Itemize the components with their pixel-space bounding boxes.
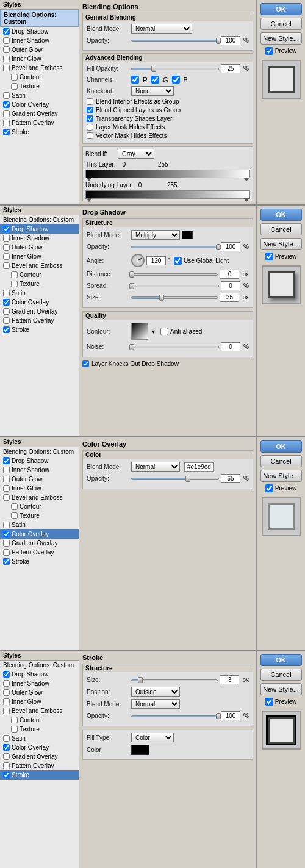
opacity-input-2[interactable]	[221, 242, 240, 251]
color-overlay-checkbox-2[interactable]	[3, 299, 10, 306]
outer-glow-checkbox-2[interactable]	[3, 244, 10, 251]
vector-mask-checkbox[interactable]	[87, 132, 93, 139]
drop-shadow-checkbox-3[interactable]	[3, 457, 10, 464]
sidebar-item-bevel-3[interactable]: Bevel and Emboss	[0, 493, 79, 502]
opacity-slider-4[interactable]	[131, 715, 219, 717]
sidebar-item-pattern-overlay-1[interactable]: Pattern Overlay	[0, 118, 79, 127]
contour-checkbox-1[interactable]	[11, 74, 18, 81]
sidebar-item-satin-2[interactable]: Satin	[0, 289, 79, 298]
knockout-select[interactable]: None	[131, 86, 174, 96]
stroke-color-swatch[interactable]	[131, 745, 149, 755]
ok-button-1[interactable]: OK	[260, 3, 302, 15]
drop-shadow-checkbox-2[interactable]	[3, 226, 10, 232]
fill-opacity-input[interactable]	[221, 64, 240, 73]
sidebar-item-satin-4[interactable]: Satin	[0, 734, 79, 743]
ok-button-3[interactable]: OK	[260, 440, 302, 453]
outer-glow-checkbox-1[interactable]	[3, 46, 10, 53]
sidebar-item-blending-options-3[interactable]: Blending Options: Custom	[0, 447, 79, 456]
opacity-slider-3[interactable]	[131, 478, 219, 480]
gradient-overlay-checkbox-1[interactable]	[3, 110, 10, 117]
inner-shadow-checkbox-1[interactable]	[3, 37, 10, 44]
bevel-checkbox-1[interactable]	[3, 65, 10, 71]
drop-shadow-checkbox-1[interactable]	[3, 28, 10, 35]
texture-checkbox-1[interactable]	[11, 83, 18, 90]
pattern-overlay-checkbox-1[interactable]	[3, 120, 10, 126]
sidebar-item-texture-3[interactable]: Texture	[0, 511, 79, 520]
pattern-overlay-checkbox-2[interactable]	[3, 317, 10, 324]
cancel-button-3[interactable]: Cancel	[260, 455, 302, 467]
stroke-checkbox-2[interactable]	[3, 326, 10, 333]
satin-checkbox-2[interactable]	[3, 290, 10, 296]
sidebar-item-inner-glow-4[interactable]: Inner Glow	[0, 697, 79, 706]
gradient-overlay-checkbox-2[interactable]	[3, 308, 10, 315]
contour-thumb-2[interactable]	[131, 323, 148, 340]
blend-mode-select-3[interactable]: Normal	[131, 462, 180, 472]
sidebar-item-color-overlay-4[interactable]: Color Overlay	[0, 743, 79, 752]
sidebar-item-inner-shadow-3[interactable]: Inner Shadow	[0, 465, 79, 475]
angle-dial-2[interactable]	[131, 254, 145, 267]
sidebar-item-pattern-overlay-3[interactable]: Pattern Overlay	[0, 548, 79, 557]
this-layer-slider[interactable]	[85, 170, 250, 178]
new-style-button-3[interactable]: New Style...	[260, 470, 302, 482]
preview-checkbox-3[interactable]	[265, 484, 273, 492]
new-style-button-4[interactable]: New Style...	[260, 683, 302, 695]
sidebar-item-color-overlay-1[interactable]: Color Overlay	[0, 100, 79, 109]
sidebar-item-color-overlay-2[interactable]: Color Overlay	[0, 298, 79, 307]
sidebar-item-drop-shadow-3[interactable]: Drop Shadow	[0, 456, 79, 465]
opacity-input[interactable]	[221, 36, 240, 45]
underlying-layer-slider[interactable]	[85, 190, 250, 199]
position-select-4[interactable]: Outside	[131, 687, 180, 697]
fill-opacity-slider[interactable]	[131, 68, 219, 70]
sidebar-item-inner-glow-2[interactable]: Inner Glow	[0, 252, 79, 261]
size-slider-4[interactable]	[131, 679, 218, 681]
sidebar-item-inner-glow-1[interactable]: Inner Glow	[0, 54, 79, 63]
stroke-checkbox-1[interactable]	[3, 129, 10, 135]
channel-g-checkbox[interactable]	[151, 76, 159, 84]
sidebar-item-gradient-overlay-1[interactable]: Gradient Overlay	[0, 109, 79, 118]
bevel-checkbox-2[interactable]	[3, 262, 10, 269]
sidebar-item-texture-1[interactable]: Texture	[0, 82, 79, 91]
sidebar-item-outer-glow-3[interactable]: Outer Glow	[0, 475, 79, 484]
satin-checkbox-1[interactable]	[3, 92, 10, 99]
noise-input[interactable]	[221, 342, 240, 351]
sidebar-item-stroke-4[interactable]: Stroke	[0, 770, 79, 780]
sidebar-item-inner-shadow-4[interactable]: Inner Shadow	[0, 679, 79, 688]
sidebar-item-outer-glow-1[interactable]: Outer Glow	[0, 45, 79, 54]
blend-mode-select-4[interactable]: Normal	[131, 699, 180, 709]
use-global-light-checkbox[interactable]	[174, 257, 182, 265]
opacity-slider[interactable]	[131, 40, 219, 42]
distance-slider[interactable]	[131, 273, 218, 276]
sidebar-item-satin-3[interactable]: Satin	[0, 520, 79, 529]
sidebar-item-gradient-overlay-3[interactable]: Gradient Overlay	[0, 539, 79, 548]
sidebar-item-stroke-2[interactable]: Stroke	[0, 325, 79, 334]
opacity-slider-2[interactable]	[131, 246, 219, 248]
color-hex-display[interactable]: #e1e9ed	[184, 462, 214, 472]
inner-shadow-checkbox-2[interactable]	[3, 235, 10, 242]
sidebar-item-pattern-overlay-2[interactable]: Pattern Overlay	[0, 316, 79, 325]
sidebar-item-inner-glow-3[interactable]: Inner Glow	[0, 484, 79, 493]
sidebar-item-contour-1[interactable]: Contour	[0, 73, 79, 82]
sidebar-item-stroke-1[interactable]: Stroke	[0, 127, 79, 137]
shadow-color-swatch[interactable]	[182, 231, 193, 239]
inner-glow-checkbox-1[interactable]	[3, 56, 10, 62]
sidebar-item-gradient-overlay-4[interactable]: Gradient Overlay	[0, 752, 79, 761]
opacity-input-3[interactable]	[221, 474, 240, 483]
sidebar-item-texture-4[interactable]: Texture	[0, 725, 79, 734]
sidebar-item-satin-1[interactable]: Satin	[0, 91, 79, 100]
preview-checkbox-4[interactable]	[265, 698, 273, 706]
sidebar-item-texture-2[interactable]: Texture	[0, 279, 79, 289]
sidebar-item-outer-glow-4[interactable]: Outer Glow	[0, 688, 79, 697]
sidebar-item-drop-shadow-4[interactable]: Drop Shadow	[0, 670, 79, 679]
dropdown-arrow-2[interactable]: ▾	[152, 328, 155, 335]
color-overlay-checkbox-1[interactable]	[3, 101, 10, 108]
preview-checkbox-2[interactable]	[265, 253, 273, 260]
preview-checkbox-1[interactable]	[265, 47, 273, 55]
distance-input[interactable]	[220, 270, 239, 279]
anti-aliased-checkbox[interactable]	[160, 328, 168, 335]
sidebar-item-blending-options-1[interactable]: Blending Options: Custom	[0, 10, 79, 27]
sidebar-item-stroke-3[interactable]: Stroke	[0, 557, 79, 566]
sidebar-item-drop-shadow-2[interactable]: Drop Shadow	[0, 224, 79, 234]
new-style-button-1[interactable]: New Style...	[260, 32, 302, 45]
blend-clipped-checkbox[interactable]	[87, 107, 93, 113]
cancel-button-1[interactable]: Cancel	[260, 18, 302, 30]
